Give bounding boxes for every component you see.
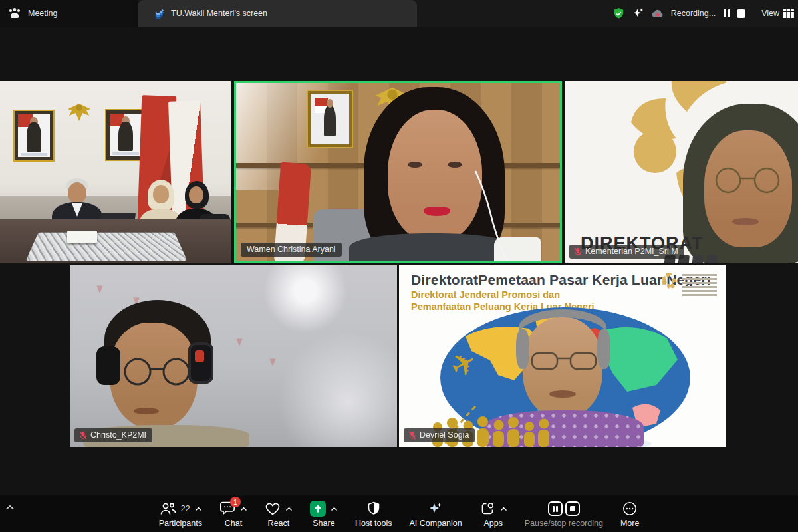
vice-president-portrait xyxy=(106,110,145,160)
more-ellipsis-icon xyxy=(622,501,638,517)
view-button-label: View xyxy=(761,9,779,18)
chat-unread-badge: 1 xyxy=(230,497,241,507)
more-button[interactable]: More xyxy=(620,500,639,528)
muted-mic-icon xyxy=(574,247,582,256)
slide-subtitle-line1: Direktorat Jenderal Promosi dan xyxy=(411,289,560,300)
ai-companion-sparkle-icon[interactable] xyxy=(632,7,645,20)
participant-name: Wamen Christina Aryani xyxy=(247,245,336,254)
recording-status-label: Recording... xyxy=(671,9,716,18)
participant-name: Kementerian P2MI_Sri M xyxy=(585,247,678,256)
topbar-controls: Recording... View xyxy=(612,0,795,27)
security-shield-icon[interactable] xyxy=(612,7,625,20)
host-tools-shield-icon xyxy=(366,501,381,516)
zoom-meeting-window: Meeting TU.Wakil Menteri's screen xyxy=(0,0,798,532)
more-label: More xyxy=(620,519,639,528)
video-tile-christina[interactable]: Wamen Christina Aryani xyxy=(234,81,562,263)
share-chevron-icon[interactable] xyxy=(331,507,338,511)
pause-stop-recording-label: Pause/stop recording xyxy=(525,519,603,528)
view-button[interactable]: View xyxy=(761,9,794,18)
pause-stop-recording-button[interactable]: Pause/stop recording xyxy=(525,500,603,528)
apps-chevron-icon[interactable] xyxy=(500,507,507,511)
participants-icon xyxy=(159,501,176,516)
round-glasses xyxy=(116,357,201,386)
participants-count: 22 xyxy=(181,504,190,513)
muted-mic-icon xyxy=(79,431,87,440)
pause-recording-icon[interactable] xyxy=(548,501,563,516)
host-tools-button[interactable]: Host tools xyxy=(355,500,392,528)
view-grid-icon xyxy=(783,9,794,18)
participant-name-tag: Wamen Christina Aryani xyxy=(241,243,342,257)
video-tile-christo[interactable]: Christo_KP2MI xyxy=(70,265,397,447)
participant-name: Devriel Sogia xyxy=(420,430,469,440)
apps-button[interactable]: Apps xyxy=(479,500,507,528)
stop-recording-icon[interactable] xyxy=(565,501,580,516)
chat-chevron-icon[interactable] xyxy=(240,507,247,511)
ai-companion-icon xyxy=(428,501,444,517)
apps-icon xyxy=(479,501,495,517)
participants-label: Participants xyxy=(159,519,202,528)
host-tools-label: Host tools xyxy=(355,519,392,528)
president-portrait xyxy=(15,111,53,160)
shared-screen-app-icon xyxy=(154,8,165,19)
recording-cloud-icon xyxy=(652,9,664,18)
react-label: React xyxy=(268,519,290,528)
participant-name-tag: Christo_KP2MI xyxy=(74,428,152,442)
tab-screen-label: TU.Wakil Menteri's screen xyxy=(171,9,267,18)
react-button[interactable]: React xyxy=(265,500,293,528)
earphone-wire xyxy=(470,168,517,263)
ai-companion-label: AI Companion xyxy=(410,519,462,528)
participant-name-tag: Devriel Sogia xyxy=(404,428,475,442)
recording-pause-icon[interactable] xyxy=(724,9,730,17)
react-chevron-icon[interactable] xyxy=(285,507,293,511)
share-screen-icon xyxy=(310,501,326,517)
control-toolbar: 22 Participants 1 Chat xyxy=(0,495,798,532)
video-tile-devriel[interactable]: DirektoratPemetaan Pasar Kerja Luar Nege… xyxy=(399,265,726,447)
meeting-tab-icon xyxy=(8,7,21,19)
slide-ministry-logo xyxy=(658,272,717,297)
video-tile-sri[interactable]: DIREKTORAT Kementerian P2MI_Sri M xyxy=(565,81,798,263)
tab-meeting-label: Meeting xyxy=(28,9,57,18)
tab-shared-screen[interactable]: TU.Wakil Menteri's screen xyxy=(138,0,417,27)
chat-button[interactable]: 1 Chat xyxy=(219,500,247,528)
tissue-box xyxy=(67,231,97,243)
participant-name: Christo_KP2MI xyxy=(90,430,146,440)
participant-name-tag: Kementerian P2MI_Sri M xyxy=(569,245,684,259)
muted-mic-icon xyxy=(408,431,416,440)
wall-portrait xyxy=(308,91,352,147)
share-button[interactable]: Share xyxy=(310,500,338,528)
recording-stop-icon[interactable] xyxy=(737,9,745,18)
ai-companion-button[interactable]: AI Companion xyxy=(410,500,462,528)
apps-label: Apps xyxy=(484,519,503,528)
chat-label: Chat xyxy=(225,519,242,528)
round-glasses xyxy=(708,166,792,194)
garuda-emblem-icon xyxy=(64,98,94,125)
participants-button[interactable]: 22 Participants xyxy=(159,500,202,528)
tab-bar: Meeting TU.Wakil Menteri's screen xyxy=(0,0,798,27)
tab-meeting[interactable]: Meeting xyxy=(0,0,138,27)
participants-chevron-icon[interactable] xyxy=(195,507,202,511)
heart-react-icon xyxy=(265,502,281,516)
video-tile-conference-room[interactable] xyxy=(0,81,231,263)
gold-ministry-logo-small xyxy=(658,272,678,292)
table-runner xyxy=(25,232,187,260)
logo-caption-lines xyxy=(682,274,717,297)
glasses xyxy=(529,350,598,373)
share-label: Share xyxy=(313,519,334,528)
